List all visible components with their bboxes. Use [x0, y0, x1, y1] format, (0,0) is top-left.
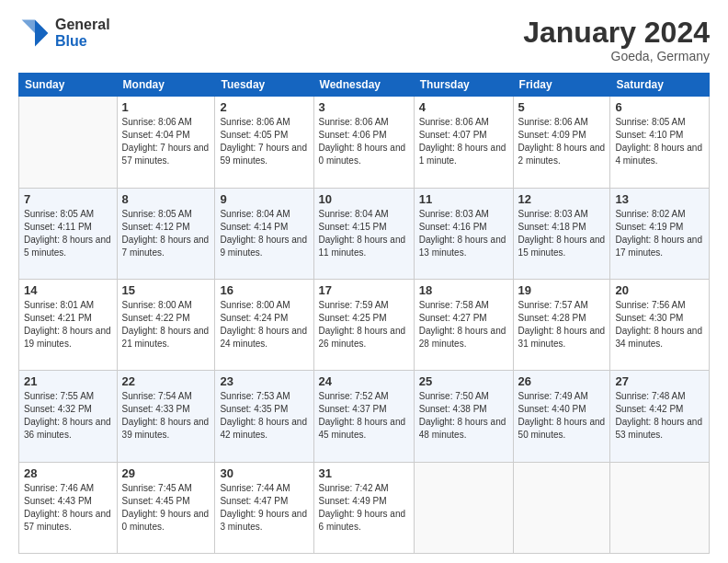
day-cell: 13Sunrise: 8:02 AM Sunset: 4:19 PM Dayli…	[610, 188, 710, 279]
logo: General Blue	[18, 17, 110, 50]
day-cell: 14Sunrise: 8:01 AM Sunset: 4:21 PM Dayli…	[19, 279, 118, 370]
day-info: Sunrise: 7:48 AM Sunset: 4:42 PM Dayligh…	[615, 390, 704, 442]
day-cell: 28Sunrise: 7:46 AM Sunset: 4:43 PM Dayli…	[19, 462, 118, 553]
day-info: Sunrise: 8:01 AM Sunset: 4:21 PM Dayligh…	[24, 299, 112, 350]
col-monday: Monday	[117, 74, 215, 97]
logo-blue: Blue	[55, 33, 110, 50]
day-number: 30	[220, 466, 308, 480]
day-cell: 16Sunrise: 8:00 AM Sunset: 4:24 PM Dayli…	[215, 279, 313, 370]
day-cell: 6Sunrise: 8:05 AM Sunset: 4:10 PM Daylig…	[610, 97, 710, 188]
day-info: Sunrise: 8:00 AM Sunset: 4:24 PM Dayligh…	[220, 299, 308, 350]
day-cell: 17Sunrise: 7:59 AM Sunset: 4:25 PM Dayli…	[313, 279, 414, 370]
month-title: January 2024	[523, 17, 710, 49]
day-info: Sunrise: 7:59 AM Sunset: 4:25 PM Dayligh…	[319, 299, 409, 350]
day-number: 28	[24, 466, 112, 480]
day-cell: 26Sunrise: 7:49 AM Sunset: 4:40 PM Dayli…	[513, 371, 610, 462]
day-number: 17	[319, 283, 409, 297]
day-info: Sunrise: 7:46 AM Sunset: 4:43 PM Dayligh…	[24, 482, 112, 534]
day-number: 7	[24, 192, 112, 206]
day-cell: 19Sunrise: 7:57 AM Sunset: 4:28 PM Dayli…	[513, 279, 610, 370]
day-info: Sunrise: 8:06 AM Sunset: 4:07 PM Dayligh…	[419, 116, 508, 167]
col-friday: Friday	[513, 74, 610, 97]
day-number: 26	[518, 374, 606, 388]
day-cell: 5Sunrise: 8:06 AM Sunset: 4:09 PM Daylig…	[513, 97, 610, 188]
svg-marker-0	[35, 20, 48, 47]
day-cell	[19, 97, 118, 188]
week-row-0: 1Sunrise: 8:06 AM Sunset: 4:04 PM Daylig…	[19, 97, 710, 188]
day-number: 18	[419, 283, 508, 297]
day-cell	[513, 462, 610, 553]
day-number: 29	[122, 466, 210, 480]
day-info: Sunrise: 7:58 AM Sunset: 4:27 PM Dayligh…	[419, 299, 508, 350]
day-number: 27	[615, 374, 704, 388]
day-cell: 11Sunrise: 8:03 AM Sunset: 4:16 PM Dayli…	[414, 188, 513, 279]
day-number: 22	[122, 374, 210, 388]
day-cell: 25Sunrise: 7:50 AM Sunset: 4:38 PM Dayli…	[414, 371, 513, 462]
day-number: 25	[419, 374, 508, 388]
day-info: Sunrise: 8:04 AM Sunset: 4:15 PM Dayligh…	[319, 208, 409, 259]
day-info: Sunrise: 7:52 AM Sunset: 4:37 PM Dayligh…	[319, 390, 409, 442]
calendar-body: 1Sunrise: 8:06 AM Sunset: 4:04 PM Daylig…	[19, 97, 710, 554]
day-cell: 3Sunrise: 8:06 AM Sunset: 4:06 PM Daylig…	[313, 97, 414, 188]
header: General Blue January 2024 Goeda, Germany	[18, 17, 710, 63]
day-cell: 1Sunrise: 8:06 AM Sunset: 4:04 PM Daylig…	[117, 97, 215, 188]
week-row-4: 28Sunrise: 7:46 AM Sunset: 4:43 PM Dayli…	[19, 462, 710, 553]
day-number: 3	[319, 100, 409, 114]
day-cell: 23Sunrise: 7:53 AM Sunset: 4:35 PM Dayli…	[215, 371, 313, 462]
title-block: January 2024 Goeda, Germany	[523, 17, 710, 63]
day-number: 10	[319, 192, 409, 206]
day-number: 20	[615, 283, 704, 297]
day-info: Sunrise: 8:02 AM Sunset: 4:19 PM Dayligh…	[615, 208, 704, 259]
day-info: Sunrise: 7:57 AM Sunset: 4:28 PM Dayligh…	[518, 299, 606, 350]
day-cell	[414, 462, 513, 553]
day-number: 15	[122, 283, 210, 297]
day-cell: 18Sunrise: 7:58 AM Sunset: 4:27 PM Dayli…	[414, 279, 513, 370]
day-number: 31	[319, 466, 409, 480]
day-cell: 21Sunrise: 7:55 AM Sunset: 4:32 PM Dayli…	[19, 371, 118, 462]
day-info: Sunrise: 8:06 AM Sunset: 4:05 PM Dayligh…	[220, 116, 308, 167]
day-number: 12	[518, 192, 606, 206]
day-cell: 7Sunrise: 8:05 AM Sunset: 4:11 PM Daylig…	[19, 188, 118, 279]
day-number: 23	[220, 374, 308, 388]
day-number: 4	[419, 100, 508, 114]
week-row-3: 21Sunrise: 7:55 AM Sunset: 4:32 PM Dayli…	[19, 371, 710, 462]
day-cell: 30Sunrise: 7:44 AM Sunset: 4:47 PM Dayli…	[215, 462, 313, 553]
day-info: Sunrise: 8:03 AM Sunset: 4:18 PM Dayligh…	[518, 208, 606, 259]
day-cell: 20Sunrise: 7:56 AM Sunset: 4:30 PM Dayli…	[610, 279, 710, 370]
col-tuesday: Tuesday	[215, 74, 313, 97]
location: Goeda, Germany	[523, 49, 710, 63]
day-cell	[610, 462, 710, 553]
day-info: Sunrise: 8:06 AM Sunset: 4:09 PM Dayligh…	[518, 116, 606, 167]
day-cell: 15Sunrise: 8:00 AM Sunset: 4:22 PM Dayli…	[117, 279, 215, 370]
svg-marker-1	[22, 20, 35, 33]
day-cell: 8Sunrise: 8:05 AM Sunset: 4:12 PM Daylig…	[117, 188, 215, 279]
day-cell: 27Sunrise: 7:48 AM Sunset: 4:42 PM Dayli…	[610, 371, 710, 462]
day-number: 24	[319, 374, 409, 388]
day-info: Sunrise: 7:56 AM Sunset: 4:30 PM Dayligh…	[615, 299, 704, 350]
day-info: Sunrise: 8:05 AM Sunset: 4:12 PM Dayligh…	[122, 208, 210, 259]
day-number: 16	[220, 283, 308, 297]
day-number: 6	[615, 100, 704, 114]
day-info: Sunrise: 8:06 AM Sunset: 4:04 PM Dayligh…	[122, 116, 210, 167]
day-number: 5	[518, 100, 606, 114]
day-info: Sunrise: 7:53 AM Sunset: 4:35 PM Dayligh…	[220, 390, 308, 442]
day-info: Sunrise: 8:05 AM Sunset: 4:11 PM Dayligh…	[24, 208, 112, 259]
day-info: Sunrise: 8:06 AM Sunset: 4:06 PM Dayligh…	[319, 116, 409, 167]
day-info: Sunrise: 8:03 AM Sunset: 4:16 PM Dayligh…	[419, 208, 508, 259]
day-info: Sunrise: 7:42 AM Sunset: 4:49 PM Dayligh…	[319, 482, 409, 534]
day-info: Sunrise: 7:55 AM Sunset: 4:32 PM Dayligh…	[24, 390, 112, 442]
day-info: Sunrise: 7:44 AM Sunset: 4:47 PM Dayligh…	[220, 482, 308, 534]
day-cell: 29Sunrise: 7:45 AM Sunset: 4:45 PM Dayli…	[117, 462, 215, 553]
day-number: 8	[122, 192, 210, 206]
header-row: Sunday Monday Tuesday Wednesday Thursday…	[19, 74, 710, 97]
day-cell: 10Sunrise: 8:04 AM Sunset: 4:15 PM Dayli…	[313, 188, 414, 279]
day-number: 21	[24, 374, 112, 388]
calendar-header: Sunday Monday Tuesday Wednesday Thursday…	[19, 74, 710, 97]
day-cell: 9Sunrise: 8:04 AM Sunset: 4:14 PM Daylig…	[215, 188, 313, 279]
day-number: 1	[122, 100, 210, 114]
day-cell: 22Sunrise: 7:54 AM Sunset: 4:33 PM Dayli…	[117, 371, 215, 462]
logo-icon	[18, 17, 51, 50]
calendar-page: General Blue January 2024 Goeda, Germany…	[0, 0, 728, 563]
day-number: 2	[220, 100, 308, 114]
day-number: 13	[615, 192, 704, 206]
